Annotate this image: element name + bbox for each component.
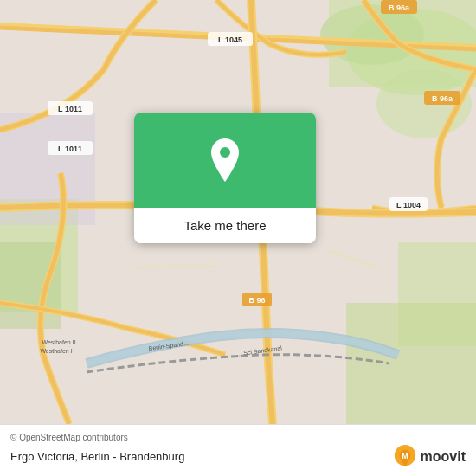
map-view: L 1011 L 1011 L 1045 B 96a B 96a L 1004 …	[0, 0, 476, 424]
svg-text:B 96: B 96	[248, 296, 265, 305]
svg-text:Westhafen I: Westhafen I	[40, 348, 72, 354]
footer-bar: © OpenStreetMap contributors Ergo Victor…	[0, 424, 476, 476]
location-title-row: Ergo Victoria, Berlin - Brandenburg M mo…	[10, 445, 466, 469]
svg-rect-8	[346, 303, 476, 424]
svg-text:L 1004: L 1004	[396, 201, 421, 209]
svg-rect-6	[0, 242, 61, 329]
svg-point-30	[220, 147, 230, 158]
moovit-icon: M	[393, 445, 417, 469]
svg-text:L 1011: L 1011	[58, 105, 82, 113]
svg-text:L 1011: L 1011	[58, 145, 82, 153]
location-popup: Take me there	[134, 113, 316, 243]
svg-text:L 1045: L 1045	[218, 35, 242, 44]
location-pin-icon	[206, 137, 244, 183]
svg-text:M: M	[402, 451, 408, 460]
svg-text:Westhafen II: Westhafen II	[42, 339, 75, 345]
popup-header	[134, 113, 316, 208]
moovit-logo: M moovit	[393, 445, 466, 469]
attribution-text: © OpenStreetMap contributors	[10, 433, 466, 442]
location-name: Ergo Victoria, Berlin - Brandenburg	[10, 450, 184, 463]
take-me-there-button[interactable]: Take me there	[134, 208, 316, 243]
svg-text:B 96a: B 96a	[432, 94, 453, 103]
svg-text:B 96a: B 96a	[389, 3, 410, 12]
moovit-brand-text: moovit	[421, 449, 466, 465]
